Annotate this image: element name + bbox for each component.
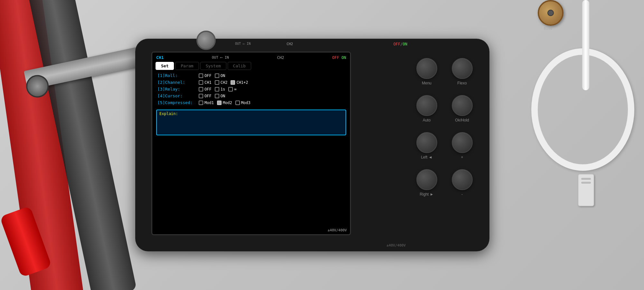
bnc-connector-top [196,31,216,50]
button-row-2: Auto Ok/Hold [409,95,480,122]
auto-btn-label: Auto [423,118,431,122]
ok-hold-button[interactable] [452,95,473,116]
cursor-options: OFF ON [199,94,225,98]
usb-connector [578,174,594,206]
screen-menu: [1]Roll: OFF ON [2]Channel: [155,72,347,108]
button-row-3: Left ◄ + [409,132,480,160]
plus-button[interactable] [452,132,473,153]
left-btn-group: Left ◄ [416,132,437,160]
tab-set[interactable]: Set [156,62,174,70]
cursor-on-option[interactable]: ON [215,94,225,98]
device-off-text: OFF [393,42,401,46]
relay-options: OFF 1s ∞ [199,87,236,92]
white-cable-upper [582,0,589,90]
roll-on-option[interactable]: ON [215,73,225,78]
roll-off-checkbox[interactable] [199,73,203,78]
relay-off-option[interactable]: OFF [199,87,212,92]
relay-inf-text: ∞ [234,87,236,92]
menu-button[interactable] [416,58,437,79]
screen-voltage: ±40V/400V [327,228,347,232]
relay-1s-checkbox[interactable] [215,87,219,92]
plus-btn-group: + [452,132,473,160]
channel-ch1-option[interactable]: CH1 [199,80,212,85]
minus-button[interactable] [452,169,473,190]
roll-options: OFF ON [199,73,225,78]
compressed-mod1-text: Mod1 [204,101,214,105]
device-slash-text: / [400,42,402,46]
channel-ch1-text: CH1 [204,80,212,85]
relay-off-checkbox[interactable] [199,87,203,92]
cursor-on-text: ON [221,94,225,98]
device-body: CH1 OUT ⟵ IN CH2 OFF/ON CH1 OUT ⟵ IN CH2… [135,39,489,251]
menu-row-channel: [2]Channel: CH1 CH2 CH1+2 [157,80,345,85]
cursor-label: [4]Cursor: [157,93,196,98]
channel-ch1plus2-checkbox[interactable] [231,80,235,85]
relay-1s-text: 1s [221,87,225,92]
channel-ch2-option[interactable]: CH2 [215,80,228,85]
plus-btn-label: + [461,155,463,160]
device-out-in-label: OUT ⟵ IN [235,42,251,45]
tab-system[interactable]: System [200,62,226,70]
relay-1s-option[interactable]: 1s [215,87,225,92]
channel-label: [2]Channel: [157,80,196,85]
right-btn-group: Right ► [416,169,437,197]
screen-ch2: CH2 [277,55,284,60]
device-ch2-label: CH2 [287,42,293,46]
roll-label: [1]Roll: [157,73,196,78]
relay-off-text: OFF [204,87,212,92]
compressed-mod3-option[interactable]: Mod3 [235,101,251,105]
tab-param[interactable]: Param [175,62,199,70]
roll-on-checkbox[interactable] [215,73,219,78]
compressed-mod2-option[interactable]: Mod2 [217,101,232,105]
menu-row-compressed: [5]Compressed: Mod1 Mod2 Mod3 [157,100,345,105]
auto-btn-group: Auto [416,95,437,122]
relay-inf-checkbox[interactable] [228,87,233,92]
compressed-mod2-text: Mod2 [223,101,232,105]
flexo-btn-label: Flexo [457,81,467,85]
device-offon: OFF/ON [393,42,407,46]
channel-ch2-checkbox[interactable] [215,80,219,85]
screen-top-bar: CH1 OUT ⟵ IN CH2 OFF/ON [155,55,347,60]
white-cable-area: 0190 [483,0,644,290]
button-panel: Menu Flexo Auto Ok/Hold Left ◄ [409,58,480,229]
screen-on-text: ON [342,55,346,60]
okhold-btn-group: Ok/Hold [452,95,473,122]
bnc-connector-right [538,0,564,26]
compressed-mod3-checkbox[interactable] [235,101,240,105]
compressed-mod3-text: Mod3 [241,101,251,105]
left-button[interactable] [416,132,437,153]
right-button[interactable] [416,169,437,190]
screen-ch1: CH1 [156,55,164,60]
button-row-1: Menu Flexo [409,58,480,85]
compressed-mod1-checkbox[interactable] [199,101,203,105]
cursor-on-checkbox[interactable] [215,94,219,98]
device-screen: CH1 OUT ⟵ IN CH2 OFF/ON Set Param System… [151,52,351,235]
menu-btn-group: Menu [416,58,437,85]
menu-row-cursor: [4]Cursor: OFF ON [157,93,345,98]
left-btn-label: Left ◄ [421,155,432,160]
menu-row-relay: [3]Relay: OFF 1s ∞ [157,87,345,92]
channel-ch1plus2-text: CH1+2 [236,80,248,85]
device-voltage-label: ±40V/400V [386,243,406,247]
tab-calib[interactable]: Calib [228,62,251,70]
auto-button[interactable] [416,95,437,116]
relay-inf-option[interactable]: ∞ [228,87,236,92]
minus-btn-label: - [461,192,463,197]
cursor-off-text: OFF [204,94,212,98]
explain-box: Explain: [156,110,346,135]
compressed-label: [5]Compressed: [157,100,196,105]
explain-label: Explain: [159,111,343,116]
screen-out-in: OUT ⟵ IN [212,55,229,60]
right-btn-label: Right ► [420,192,433,197]
channel-ch1plus2-option[interactable]: CH1+2 [231,80,248,85]
compressed-mod1-option[interactable]: Mod1 [199,101,214,105]
cursor-off-option[interactable]: OFF [199,94,212,98]
cursor-off-checkbox[interactable] [199,94,203,98]
flexo-button[interactable] [452,58,473,79]
compressed-mod2-checkbox[interactable] [217,101,222,105]
explain-content [159,117,343,133]
bnc-label-right: 0190 [535,26,561,31]
relay-label: [3]Relay: [157,87,196,92]
roll-off-option[interactable]: OFF [199,73,212,78]
channel-ch1-checkbox[interactable] [199,80,203,85]
